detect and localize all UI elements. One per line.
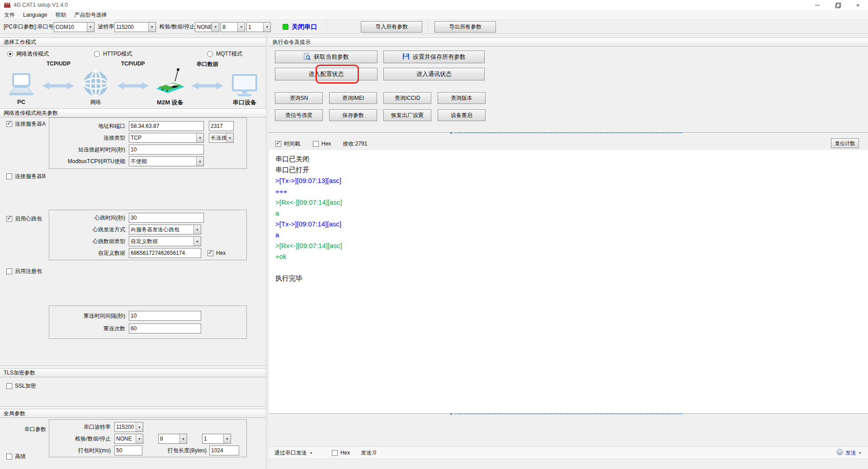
server-address-input[interactable]: [129, 121, 204, 131]
menu-item[interactable]: 产品型号选择: [70, 10, 111, 20]
reset-counter-button[interactable]: 复位计数: [831, 138, 859, 148]
heartbeat-mode-select[interactable]: 向服务器发送心跳包 ▼: [129, 225, 201, 234]
serial-params-label: 串口参数: [20, 426, 46, 433]
menu-item[interactable]: Language: [19, 10, 51, 20]
checkbox-icon: [6, 121, 12, 127]
menu-bar: 文件Language帮助产品型号选择: [0, 10, 868, 20]
doc-search-icon: [303, 53, 311, 61]
work-mode-radio[interactable]: MQTT模式: [207, 50, 242, 58]
diagram-link: TCP/UDP: [40, 60, 77, 108]
export-params-button[interactable]: 导出所有参数: [434, 21, 496, 33]
pack-len-input[interactable]: [209, 446, 239, 455]
heartbeat-data-input[interactable]: [129, 248, 201, 258]
action-button[interactable]: 查信号强度: [275, 109, 323, 121]
reconnect-interval-label: 重连时间间隔(秒): [49, 312, 129, 320]
register-checkbox[interactable]: 启用注册包: [6, 267, 42, 275]
query-button[interactable]: 查询版本: [438, 92, 486, 104]
modbus-select[interactable]: 不使能 ▼: [129, 156, 204, 166]
send-hex-checkbox[interactable]: Hex: [332, 450, 350, 456]
checkbox-icon: [6, 268, 12, 274]
action-button[interactable]: 恢复出厂设置: [383, 109, 431, 121]
modbus-label: ModbusTCP转RTU使能: [49, 158, 129, 165]
chevron-down-icon: ▼: [196, 133, 203, 142]
get-params-button[interactable]: 获取当前参数: [275, 51, 377, 63]
server-b-checkbox[interactable]: 连接服务器B: [6, 173, 46, 180]
global-databits-select[interactable]: 8 ▼: [158, 434, 187, 444]
log-line: >[Rx<-][09:07:14][asc]: [275, 240, 868, 251]
server-port-input[interactable]: [209, 121, 234, 131]
global-baud-select[interactable]: 115200 ▼: [114, 422, 143, 432]
heartbeat-type-select[interactable]: 自定义数据 ▼: [129, 236, 201, 246]
send-button[interactable]: 发送 ▼: [836, 449, 862, 457]
double-arrow-icon: [192, 81, 223, 90]
log-line: 串口已打开: [275, 164, 868, 175]
collapse-handle[interactable]: ▲: [449, 412, 682, 416]
receive-counter: 接收:2791: [343, 140, 367, 148]
databits-select[interactable]: 8 ▼: [221, 22, 245, 32]
query-button[interactable]: 查询IMEI: [329, 92, 377, 104]
collapse-handle[interactable]: ▲: [449, 131, 682, 135]
server-a-checkbox[interactable]: 连接服务器A: [6, 120, 46, 128]
close-port-button[interactable]: 关闭串口: [283, 23, 317, 31]
chevron-down-icon: ▼: [859, 451, 862, 455]
log-line: >[Tx->][09:07:13][asc]: [275, 175, 868, 186]
log-line: a: [275, 230, 868, 240]
chevron-down-icon: ▼: [196, 157, 203, 166]
enter-config-button[interactable]: 进入配置状态: [275, 68, 377, 80]
reconnect-count-input[interactable]: [129, 324, 201, 333]
query-button-row: 查询SN查询IMEI查询ICCID查询版本: [275, 92, 486, 104]
reconnect-interval-input[interactable]: [129, 311, 201, 321]
heartbeat-hex-checkbox[interactable]: Hex: [208, 250, 226, 256]
collapse-arrow-icon: ▲: [449, 131, 453, 135]
conn-mode-select[interactable]: 长连接 ▼: [209, 133, 234, 143]
heartbeat-fieldbox: 心跳时间(秒) 心跳发送方式 向服务器发送心跳包 ▼ 心跳数据类型 自定义数据 …: [49, 210, 247, 260]
query-button[interactable]: 查询ICCID: [383, 92, 431, 104]
log-output[interactable]: 串口已关闭串口已打开>[Tx->][09:07:13][asc]+++>[Rx<…: [269, 150, 868, 413]
set-save-params-button[interactable]: 设置并保存所有参数: [383, 51, 485, 63]
chevron-down-icon: ▼: [263, 23, 270, 32]
enter-comm-button[interactable]: 进入通讯状态: [383, 68, 485, 80]
global-stopbits-select[interactable]: 1 ▼: [202, 434, 231, 444]
restore-icon: [835, 3, 840, 7]
pack-time-input[interactable]: [114, 446, 142, 455]
radio-icon: [94, 51, 100, 57]
chevron-down-icon: ▼: [223, 434, 231, 443]
diagram-node-pc: PC: [3, 60, 40, 107]
maximize-button[interactable]: [827, 0, 848, 10]
m2m-module-icon: [152, 60, 188, 98]
parity-label: 检验/数据/停止: [160, 23, 195, 31]
work-mode-radio[interactable]: 网络透传模式: [7, 50, 49, 58]
com-port-select[interactable]: COM10 ▼: [54, 22, 94, 32]
ssl-checkbox[interactable]: SSL加密: [6, 382, 36, 390]
double-arrow-icon: [117, 81, 149, 90]
pack-time-label: 打包时间(ms): [49, 447, 114, 455]
diagram-node-network: 网络: [77, 60, 114, 107]
global-parity-select[interactable]: NONE ▼: [114, 434, 143, 444]
query-button[interactable]: 查询SN: [275, 92, 323, 104]
heartbeat-time-input[interactable]: [129, 213, 204, 223]
parity-select[interactable]: NONE ▼: [195, 22, 219, 32]
laptop-icon: [6, 60, 36, 98]
action-button[interactable]: 设备重启: [438, 109, 486, 121]
menu-item[interactable]: 文件: [0, 10, 19, 20]
close-button[interactable]: ×: [848, 0, 868, 10]
checkbox-icon: [208, 250, 213, 256]
work-mode-radio[interactable]: HTTPD模式: [94, 50, 132, 58]
chevron-down-icon: ▼: [193, 225, 201, 234]
timestamp-checkbox[interactable]: 时间戳: [275, 140, 300, 148]
heartbeat-checkbox[interactable]: 启用心跳包: [6, 215, 42, 223]
menu-item[interactable]: 帮助: [51, 10, 70, 20]
action-button-row: 查信号强度保存参数恢复出厂设置设备重启: [275, 109, 486, 121]
advanced-checkbox[interactable]: 高级: [6, 453, 26, 460]
work-mode-options: 网络透传模式 HTTPD模式 MQTT模式: [0, 49, 266, 59]
short-timeout-input[interactable]: [129, 145, 204, 155]
chevron-down-icon: ▼: [310, 451, 313, 455]
conn-type-select[interactable]: TCP ▼: [129, 133, 204, 143]
baud-select[interactable]: 115200 ▼: [114, 22, 156, 32]
send-method-dropdown[interactable]: 通过串口发送 ▼: [274, 449, 313, 457]
minimize-button[interactable]: [807, 0, 827, 10]
stopbits-select[interactable]: 1 ▼: [246, 22, 271, 32]
action-button[interactable]: 保存参数: [329, 109, 377, 121]
import-params-button[interactable]: 导入所有参数: [361, 21, 422, 33]
log-hex-checkbox[interactable]: Hex: [313, 141, 331, 147]
